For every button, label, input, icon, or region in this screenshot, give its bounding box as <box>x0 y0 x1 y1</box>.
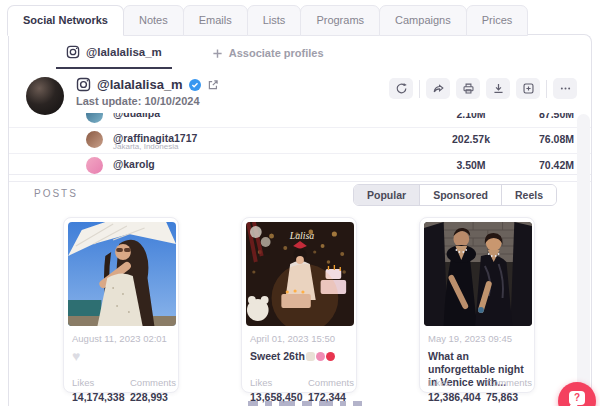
tab-campaigns[interactable]: Campaigns <box>379 5 467 36</box>
similar-profiles-table: @dualipa 2.10M 87.50M @raffinagita1717 J… <box>9 113 591 174</box>
table-row[interactable]: @raffinagita1717 Jakarta, Indonesia 202.… <box>9 128 591 154</box>
associate-profiles-label: Associate profiles <box>229 47 324 59</box>
divider <box>419 80 420 98</box>
tab-prices[interactable]: Prices <box>466 5 529 36</box>
social-networks-panel: @lalalalisa_m Associate profiles <box>8 34 592 406</box>
comments-label: Comments <box>308 377 354 388</box>
post-date: May 19, 2023 09:45 <box>428 333 526 344</box>
post-caption: ♥ <box>72 350 170 377</box>
refresh-button[interactable] <box>389 78 413 99</box>
post-caption-text: Sweet 26th <box>250 350 305 362</box>
tab-lists[interactable]: Lists <box>247 5 302 36</box>
profile-avatar <box>26 77 64 115</box>
white-heart-emoji: ♥ <box>72 348 80 364</box>
verified-badge-icon <box>189 79 201 91</box>
post-image-birthday: Lalisa <box>246 222 354 326</box>
clipped-footer-text <box>248 401 362 406</box>
row-handle: @karolg <box>113 158 155 170</box>
posts-filter-group: Popular Sponsored Reels <box>353 184 557 206</box>
last-update-text: Last update: 10/10/2024 <box>76 95 200 107</box>
tab-emails[interactable]: Emails <box>183 5 248 36</box>
posts-section-title: POSTS <box>34 188 78 199</box>
profile-header: @lalalalisa_m Last update: 10/10/2024 <box>9 69 591 113</box>
section-divider <box>9 174 591 175</box>
bow-emoji <box>316 352 325 361</box>
post-stats: Likes 13,658,450 Comments 172,344 <box>250 377 348 403</box>
post-date: August 11, 2023 02:01 <box>72 333 170 344</box>
profile-actions <box>389 78 577 99</box>
table-row[interactable]: @dualipa 2.10M 87.50M <box>9 113 591 128</box>
row-location: Jakarta, Indonesia <box>113 142 178 151</box>
associate-profiles-button[interactable]: Associate profiles <box>202 47 334 69</box>
comments-label: Comments <box>486 377 532 388</box>
posts-grid: August 11, 2023 02:01 ♥ Likes 14,174,338… <box>63 217 535 393</box>
post-card[interactable]: Lalisa April 01, <box>241 217 357 393</box>
filter-reels[interactable]: Reels <box>501 185 556 205</box>
instagram-icon <box>76 77 91 92</box>
section-divider <box>9 181 591 182</box>
instagram-icon <box>66 45 80 59</box>
divider <box>546 80 547 98</box>
comments-value: 75,863 <box>486 391 532 403</box>
post-image-venice <box>424 222 532 326</box>
post-card[interactable]: August 11, 2023 02:01 ♥ Likes 14,174,338… <box>63 217 179 393</box>
row-metric-right: 87.50M <box>484 113 574 120</box>
main-tab-bar: Social Networks Notes Emails Lists Progr… <box>8 5 528 36</box>
row-avatar <box>86 131 103 148</box>
share-button[interactable] <box>426 78 450 99</box>
post-stats: Likes 12,386,404 Comments 75,863 <box>428 377 526 403</box>
likes-value: 12,386,404 <box>428 391 486 403</box>
more-options-button[interactable] <box>553 78 577 99</box>
row-metric-right: 70.42M <box>484 159 574 171</box>
tab-notes[interactable]: Notes <box>123 5 184 36</box>
plus-icon <box>212 48 223 59</box>
add-to-list-button[interactable] <box>516 78 540 99</box>
scrollbar[interactable] <box>577 114 590 406</box>
likes-label: Likes <box>250 377 308 388</box>
filter-popular[interactable]: Popular <box>354 185 419 205</box>
profile-tab-lalalalisa[interactable]: @lalalalisa_m <box>56 45 172 69</box>
app-window: Social Networks Notes Emails Lists Progr… <box>0 0 600 406</box>
neon-sign-text: Lalisa <box>289 230 315 241</box>
post-card[interactable]: May 19, 2023 09:45 What an unforgettable… <box>419 217 535 393</box>
profile-tab-bar: @lalalalisa_m Associate profiles <box>9 35 591 69</box>
likes-label: Likes <box>72 377 130 388</box>
comments-value: 228,993 <box>130 391 176 403</box>
likes-label: Likes <box>428 377 486 388</box>
row-avatar <box>86 113 103 123</box>
print-button[interactable] <box>456 78 480 99</box>
row-handle: @dualipa <box>113 113 160 119</box>
row-avatar <box>86 157 103 174</box>
tab-programs[interactable]: Programs <box>300 5 380 36</box>
tab-social-networks[interactable]: Social Networks <box>7 5 124 36</box>
balloon-emoji <box>326 352 335 361</box>
table-row[interactable]: @karolg 3.50M 70.42M <box>9 154 591 174</box>
filter-sponsored[interactable]: Sponsored <box>419 185 501 205</box>
row-metric-right: 76.08M <box>484 133 574 145</box>
comments-label: Comments <box>130 377 176 388</box>
profile-handle: @lalalalisa_m <box>97 77 183 92</box>
cake-emoji <box>306 352 315 361</box>
post-caption: What an unforgettable night in Venice wi… <box>428 350 526 377</box>
post-date: April 01, 2023 15:50 <box>250 333 348 344</box>
download-button[interactable] <box>486 78 510 99</box>
post-caption: Sweet 26th <box>250 350 348 377</box>
external-link-icon[interactable] <box>207 79 219 91</box>
post-stats: Likes 14,174,338 Comments 228,993 <box>72 377 170 403</box>
post-image-beach <box>68 222 176 326</box>
profile-tab-label: @lalalalisa_m <box>86 46 162 58</box>
likes-value: 14,174,338 <box>72 391 130 403</box>
